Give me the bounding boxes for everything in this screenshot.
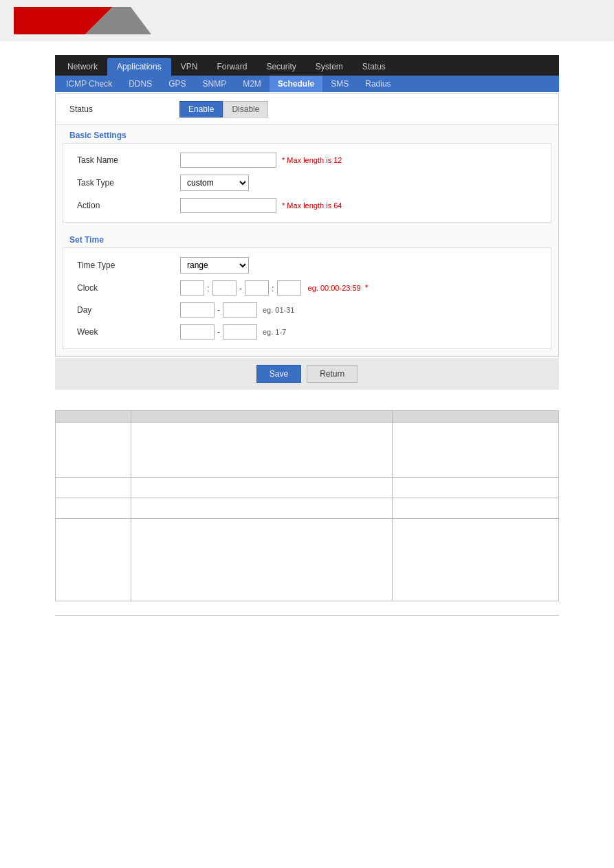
subtab-schedule[interactable]: Schedule [270,76,322,92]
time-type-label: Time Type [70,260,180,270]
day-start-input[interactable] [180,302,215,318]
time-type-select[interactable]: range specific [180,257,249,274]
task-type-row: Task Type custom script command [70,171,544,194]
status-btn-group: Enable Disable [179,101,268,118]
table-cell [393,478,559,498]
return-button[interactable]: Return [307,365,358,383]
task-type-label: Task Type [70,178,180,188]
table-cell [131,498,393,519]
subtab-radius[interactable]: Radius [357,76,399,92]
table-cell [56,423,131,478]
clock-sep2: - [238,283,243,293]
tab-vpn[interactable]: VPN [171,58,208,76]
table-cell [393,498,559,519]
logo [14,7,151,34]
day-hint: eg. 01-31 [263,306,294,314]
clock-inputs: : - : eg. 00:00-23:59 * [180,280,368,296]
table-cell [56,478,131,498]
task-name-input[interactable] [180,153,276,168]
task-type-select[interactable]: custom script command [180,175,249,191]
main-content: Network Applications VPN Forward Securit… [0,48,614,636]
clock-sep3: : [270,283,276,293]
tab-system[interactable]: System [306,58,353,76]
nav-tabs: Network Applications VPN Forward Securit… [55,55,559,76]
subtab-icmp-check[interactable]: ICMP Check [58,76,120,92]
footer-buttons: Save Return [55,358,559,390]
clock-label: Clock [70,283,180,293]
clock-sep1: : [206,283,211,293]
day-inputs: - eg. 01-31 [180,302,294,318]
clock-row: Clock : - : eg. 00:00-23:59 * [70,277,544,299]
week-end-input[interactable] [223,324,257,340]
week-inputs: - eg. 1-7 [180,324,286,340]
table-cell [131,478,393,498]
week-row: Week - eg. 1-7 [70,321,544,343]
table-header-col2 [131,411,393,423]
data-table [55,410,559,601]
page-footer [55,615,559,630]
table-row [56,478,559,498]
task-name-row: Task Name * Max length is 12 [70,149,544,171]
table-cell [56,498,131,519]
table-cell [393,519,559,601]
subtab-sms[interactable]: SMS [322,76,357,92]
action-row: Action * Max length is 64 [70,194,544,216]
table-cell [131,423,393,478]
disable-button[interactable]: Disable [223,101,268,118]
task-name-hint: * Max length is 12 [282,156,342,164]
save-button[interactable]: Save [256,365,301,383]
table-header-col3 [393,411,559,423]
week-label: Week [70,327,180,337]
table-cell [393,423,559,478]
clock-hint: eg. 00:00-23:59 [308,284,361,292]
basic-settings-content: Task Name * Max length is 12 Task Type c… [63,143,551,223]
set-time-header: Set Time [56,230,558,247]
action-input[interactable] [180,198,276,213]
form-container: Status Enable Disable Basic Settings Tas… [55,93,559,357]
header [0,0,614,41]
tab-network[interactable]: Network [58,58,107,76]
time-type-row: Time Type range specific [70,254,544,277]
table-cell [131,519,393,601]
day-sep: - [215,305,223,315]
week-sep: - [215,327,223,337]
status-label: Status [69,104,179,114]
table-section [55,410,559,601]
enable-button[interactable]: Enable [179,101,223,118]
tab-applications[interactable]: Applications [107,58,171,76]
clock-required: * [365,283,369,293]
table-row [56,498,559,519]
clock-min2-input[interactable] [277,280,301,296]
subtab-m2m[interactable]: M2M [234,76,270,92]
day-end-input[interactable] [223,302,257,318]
table-row [56,423,559,478]
clock-min1-input[interactable] [212,280,237,296]
tab-security[interactable]: Security [256,58,305,76]
task-name-label: Task Name [70,155,180,165]
week-hint: eg. 1-7 [263,328,286,336]
subtab-gps[interactable]: GPS [160,76,194,92]
clock-hour2-input[interactable] [245,280,269,296]
subtab-snmp[interactable]: SNMP [195,76,235,92]
clock-hour1-input[interactable] [180,280,204,296]
status-row: Status Enable Disable [56,94,558,125]
action-hint: * Max length is 64 [282,201,342,210]
tab-forward[interactable]: Forward [207,58,256,76]
tab-status[interactable]: Status [353,58,395,76]
table-row [56,519,559,601]
subtab-ddns[interactable]: DDNS [120,76,160,92]
basic-settings-header: Basic Settings [56,125,558,143]
sub-tabs: ICMP Check DDNS GPS SNMP M2M Schedule SM… [55,76,559,92]
set-time-content: Time Type range specific Clock : - : eg.… [63,247,551,349]
week-start-input[interactable] [180,324,215,340]
day-row: Day - eg. 01-31 [70,299,544,321]
table-header-col1 [56,411,131,423]
action-label: Action [70,201,180,210]
table-header-row [56,411,559,423]
day-label: Day [70,305,180,315]
table-cell [56,519,131,601]
